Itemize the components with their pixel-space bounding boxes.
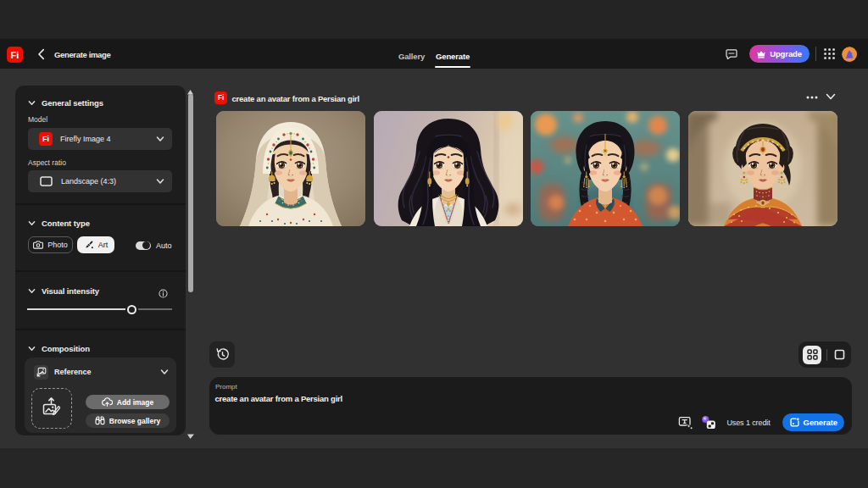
generate-icon [789, 417, 800, 428]
general-settings-title: General settings [42, 98, 103, 108]
art-label: Art [98, 241, 108, 249]
dropdown-chevron-icon [156, 135, 164, 143]
scrollbar-thumb[interactable] [188, 94, 193, 292]
generate-button[interactable]: Generate [782, 413, 844, 431]
tab-generate[interactable]: Generate [436, 39, 470, 69]
header-actions: Upgrade [725, 39, 857, 69]
firefly-app: Fi Generate image Gallery Generate Upgra… [0, 0, 868, 488]
back-button[interactable] [35, 47, 48, 61]
image-reference-icon [36, 367, 47, 377]
visual-intensity-header[interactable]: Visual intensity [28, 286, 99, 296]
bottom-backdrop [0, 448, 868, 488]
model-value: Firefly Image 4 [60, 135, 111, 143]
scroll-down-triangle-icon [186, 433, 194, 440]
section-chevron-icon [28, 345, 36, 352]
auto-toggle-knob [142, 241, 150, 249]
crown-icon [756, 49, 766, 59]
art-type-button[interactable]: Art [77, 236, 114, 253]
composition-header[interactable]: Composition [28, 344, 90, 353]
landscape-ratio-icon [40, 176, 53, 186]
generate-label: Generate [804, 418, 837, 427]
binoculars-icon [95, 416, 105, 425]
firefly-logo[interactable]: Fi [7, 47, 23, 63]
style-reference-button[interactable] [701, 415, 716, 430]
view-toggle-divider [826, 349, 827, 361]
browse-gallery-label: Browse gallery [109, 417, 160, 425]
content-type-header[interactable]: Content type [28, 219, 90, 228]
grid-view-button[interactable] [803, 346, 821, 364]
section-chevron-icon [28, 219, 36, 227]
add-image-button[interactable]: Add image [86, 395, 170, 409]
photo-label: Photo [47, 241, 68, 249]
user-avatar[interactable] [842, 47, 857, 62]
photo-type-button[interactable]: Photo [28, 236, 73, 253]
auto-label: Auto [156, 241, 172, 250]
result-badge-text: Fi [218, 93, 225, 102]
feedback-bubble-icon [725, 47, 738, 61]
view-mode-toggle [798, 341, 851, 368]
text-settings-icon [678, 415, 693, 430]
reference-icon-box [34, 365, 48, 380]
aspect-ratio-label: Aspect ratio [28, 158, 66, 167]
more-dots-icon [805, 91, 819, 104]
section-divider [15, 203, 186, 205]
upload-dropzone[interactable] [31, 388, 72, 429]
composition-title: Composition [42, 344, 90, 353]
upload-image-icon [39, 396, 64, 421]
aspect-ratio-dropdown[interactable]: Landscape (4:3) [28, 170, 172, 192]
section-divider [15, 270, 186, 272]
model-firefly-badge: Fi [39, 132, 53, 146]
reference-dropdown[interactable]: Reference [34, 364, 169, 380]
more-options-button[interactable] [805, 91, 821, 105]
browse-gallery-button[interactable]: Browse gallery [86, 413, 170, 428]
history-button[interactable] [209, 341, 235, 368]
info-circle-icon [159, 289, 168, 298]
model-dropdown[interactable]: Fi Firefly Image 4 [28, 128, 172, 150]
art-brush-icon [84, 240, 94, 250]
content-type-title: Content type [42, 219, 90, 228]
visual-intensity-title: Visual intensity [42, 286, 99, 296]
slider-knob[interactable] [127, 305, 136, 314]
scrollbar-up-arrow[interactable] [186, 84, 194, 91]
tab-gallery[interactable]: Gallery [398, 39, 425, 69]
back-chevron-icon [35, 47, 48, 61]
credits-label: Uses 1 credit [726, 419, 770, 427]
header-divider [815, 47, 816, 61]
upgrade-button[interactable]: Upgrade [749, 45, 810, 63]
section-divider [15, 329, 186, 330]
generated-image-1[interactable] [216, 111, 365, 226]
section-chevron-icon [28, 287, 36, 295]
upgrade-label: Upgrade [770, 49, 802, 58]
visual-intensity-slider[interactable] [27, 304, 172, 314]
result-firefly-badge: Fi [214, 92, 227, 104]
page-title: Generate image [54, 50, 110, 59]
add-image-label: Add image [117, 398, 153, 407]
result-prompt-heading: create an avatar from a Persian girl [232, 94, 360, 103]
single-view-button[interactable] [832, 347, 847, 363]
firefly-logo-text: Fi [11, 50, 19, 60]
auto-toggle[interactable] [136, 241, 151, 251]
camera-icon [33, 241, 43, 249]
reference-label: Reference [54, 368, 92, 376]
apps-grid-button[interactable] [822, 44, 837, 64]
feedback-button[interactable] [725, 43, 738, 65]
scrollbar-down-arrow[interactable] [186, 428, 194, 435]
avatar-image [842, 47, 857, 62]
info-icon[interactable] [159, 286, 168, 302]
generated-image-2[interactable] [374, 111, 523, 226]
prompt-label: Prompt [215, 383, 237, 391]
general-settings-header[interactable]: General settings [28, 98, 103, 108]
collapse-results-button[interactable] [825, 91, 837, 105]
history-icon [215, 347, 230, 362]
generated-image-4[interactable] [688, 111, 837, 226]
single-view-icon [834, 349, 845, 360]
prompt-settings-button[interactable] [678, 415, 693, 430]
prompt-text[interactable]: create an avatar from a Persian girl [215, 394, 343, 403]
generated-results [216, 111, 837, 226]
avatar-headband-illustration [688, 111, 837, 226]
apps-grid-icon [823, 47, 836, 60]
model-label: Model [28, 115, 47, 124]
generated-image-3[interactable] [531, 111, 680, 226]
style-reference-icon [701, 415, 716, 430]
prompt-input-box[interactable]: Prompt create an avatar from a Persian g… [209, 377, 852, 435]
